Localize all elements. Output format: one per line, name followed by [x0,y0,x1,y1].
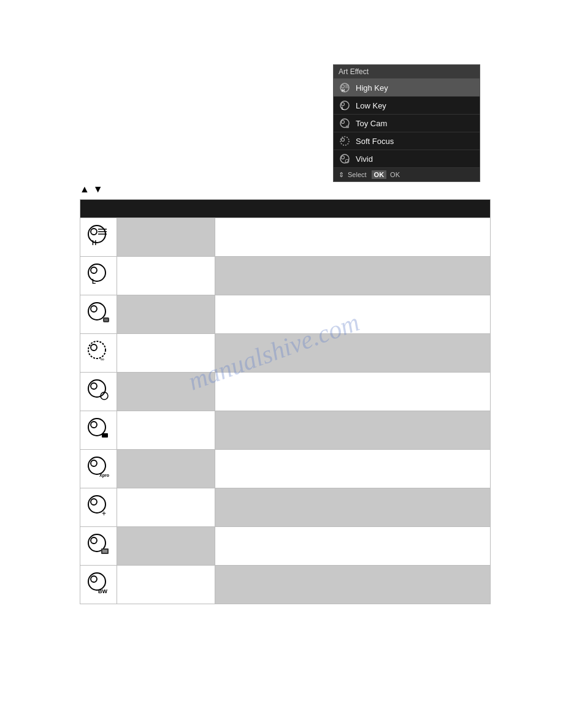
table-header-cell [80,200,491,218]
menu-item-soft-focus[interactable]: Soft Focus [334,132,480,150]
row-icon-cell: BW [80,566,117,604]
table-row [80,411,491,450]
svg-point-33 [88,380,105,397]
svg-point-31 [91,344,97,351]
row-icon-cell [80,295,117,334]
row-name-cell [117,334,215,373]
table-row [80,527,491,566]
ok-box: OK [372,170,387,179]
svg-point-46 [91,537,97,544]
menu-item-toy-cam-label: Toy Cam [356,119,387,128]
svg-rect-29 [104,319,108,321]
table-row [80,295,491,334]
high-key-table-icon: H [86,223,112,249]
svg-point-34 [91,383,97,389]
row-icon-cell [80,527,117,566]
row-name-cell [117,566,215,604]
table-row [80,373,491,411]
menu-item-low-key-label: Low Key [356,101,386,110]
svg-point-13 [342,138,345,142]
menu-item-low-key[interactable]: L Low Key [334,97,480,115]
svg-point-18 [91,229,97,235]
svg-point-7 [342,103,345,106]
color-splash-table-icon: + [86,493,112,519]
row-name-cell [117,411,215,450]
svg-point-15 [342,156,345,159]
row-desc-cell [215,295,491,334]
arrows-icon: ⇕ [339,171,344,179]
row-name-cell [117,488,215,527]
svg-text:L: L [342,106,345,110]
row-desc-cell [215,527,491,566]
natural-table-icon [86,416,112,442]
svg-point-24 [91,267,97,273]
svg-point-30 [88,341,105,358]
select-label: Select [348,171,367,178]
vivid-table-icon [86,377,112,403]
row-name-cell [117,257,215,295]
row-desc-cell [215,566,491,604]
svg-text:H: H [92,240,96,246]
row-desc-cell [215,373,491,411]
menu-title: Art Effect [334,65,480,79]
row-icon-cell: L [80,257,117,295]
art-effect-menu: Art Effect H High Key L Low Key [333,64,480,182]
menu-footer: ⇕ Select OK OK [334,168,480,181]
svg-point-37 [91,422,97,428]
row-icon-cell: H [80,218,117,257]
row-icon-cell: ∞ [80,334,117,373]
row-name-cell [117,218,215,257]
menu-item-vivid-label: Vivid [356,154,373,164]
svg-text:+: + [102,509,106,518]
row-name-cell [117,450,215,488]
menu-item-high-key-label: High Key [356,83,388,93]
bw-table-icon: BW [86,571,112,596]
svg-rect-11 [346,126,349,128]
row-icon-cell [80,373,117,411]
svg-point-26 [88,303,105,320]
row-name-cell [117,373,215,411]
table-row: BW [80,566,491,604]
low-key-table-icon: L [86,262,112,287]
menu-item-toy-cam[interactable]: Toy Cam [334,115,480,132]
table-row: L [80,257,491,295]
cross-process-table-icon: Xpro [86,455,112,480]
svg-point-39 [88,457,105,474]
svg-text:L: L [92,278,96,285]
row-name-cell [117,527,215,566]
table-row: ∞ [80,334,491,373]
menu-item-high-key[interactable]: H High Key [334,79,480,97]
table-header [80,200,491,218]
svg-point-43 [91,499,97,505]
ok-label: OK [390,171,400,178]
svg-rect-48 [102,550,107,553]
svg-text:H: H [342,88,345,93]
svg-point-36 [88,419,105,436]
svg-point-27 [91,306,97,312]
menu-item-soft-focus-label: Soft Focus [356,137,394,146]
toy-cam-table-icon [86,300,112,326]
svg-text:∞: ∞ [101,357,104,362]
svg-point-50 [91,576,97,582]
menu-item-vivid[interactable]: Vivid [334,150,480,168]
up-arrow-icon: ▲ [80,184,90,195]
svg-rect-38 [102,433,108,438]
vivid-icon [339,153,351,165]
row-desc-cell [215,411,491,450]
table-row: H [80,218,491,257]
row-desc-cell [215,334,491,373]
low-key-icon: L [339,99,351,112]
row-icon-cell: + [80,488,117,527]
row-desc-cell [215,257,491,295]
row-icon-cell [80,411,117,450]
table-row: + [80,488,491,527]
svg-point-1 [342,85,345,88]
row-name-cell [117,295,215,334]
svg-point-10 [342,121,345,124]
high-key-icon: H [339,82,351,94]
nav-arrows: ▲ ▼ [80,184,103,195]
art-effects-table: H L [80,199,491,604]
table-row: Xpro [80,450,491,488]
row-icon-cell: Xpro [80,450,117,488]
soft-focus-icon [339,135,351,147]
